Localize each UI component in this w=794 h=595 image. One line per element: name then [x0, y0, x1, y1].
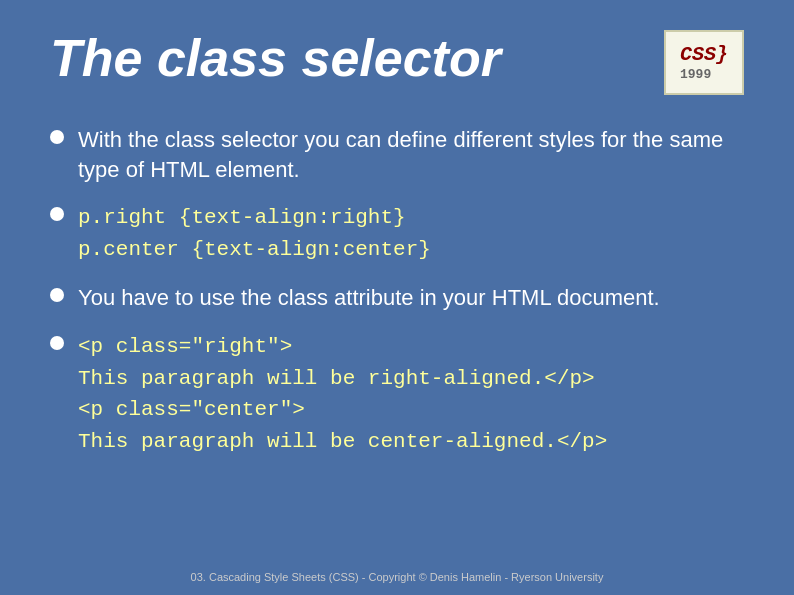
slide-footer: 03. Cascading Style Sheets (CSS) - Copyr… [0, 571, 794, 583]
bullet-dot-1 [50, 130, 64, 144]
logo-text-year: 1999 [680, 67, 728, 82]
logo-text-css: CSS} [680, 43, 728, 67]
slide-title: The class selector [50, 30, 501, 87]
bullet-item-1: With the class selector you can define d… [50, 125, 744, 184]
bullet-item-2: p.right {text-align:right}p.center {text… [50, 202, 744, 265]
slide: The class selector CSS} 1999 With the cl… [0, 0, 794, 595]
bullet-code-2: p.right {text-align:right}p.center {text… [78, 202, 431, 265]
bullet-text-1: With the class selector you can define d… [78, 125, 744, 184]
slide-header: The class selector CSS} 1999 [50, 30, 744, 95]
bullet-dot-3 [50, 288, 64, 302]
bullet-item-4: <p class="right">This paragraph will be … [50, 331, 744, 457]
bullet-code-4: <p class="right">This paragraph will be … [78, 331, 607, 457]
slide-content: With the class selector you can define d… [50, 125, 744, 457]
bullet-dot-2 [50, 207, 64, 221]
css-logo: CSS} 1999 [664, 30, 744, 95]
bullet-text-3: You have to use the class attribute in y… [78, 283, 660, 313]
bullet-dot-4 [50, 336, 64, 350]
bullet-item-3: You have to use the class attribute in y… [50, 283, 744, 313]
